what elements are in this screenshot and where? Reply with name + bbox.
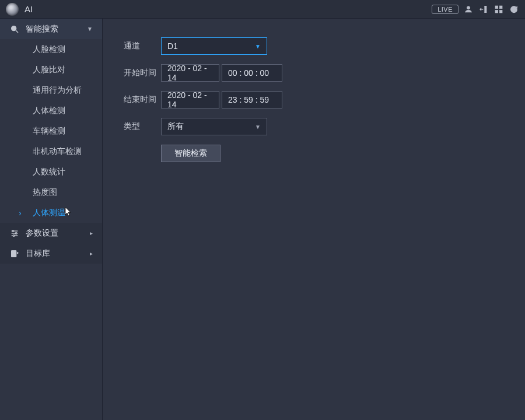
label-type: 类型 [124, 121, 161, 132]
chevron-down-icon: ▼ [255, 43, 261, 50]
label-end-time: 结束时间 [124, 94, 161, 105]
sidebar-section-target-db[interactable]: 目标库 ▸ [0, 243, 102, 264]
row-end-time: 结束时间 2020 - 02 - 14 23 : 59 : 59 [124, 91, 504, 108]
database-icon [9, 249, 20, 259]
end-date-input[interactable]: 2020 - 02 - 14 [161, 91, 219, 108]
chevron-down-icon: ▼ [255, 124, 261, 130]
chevron-down-icon: ▼ [87, 26, 93, 32]
sidebar-item-heatmap[interactable]: 热度图 [0, 182, 102, 202]
refresh-icon[interactable] [509, 4, 519, 15]
start-date-input[interactable]: 2020 - 02 - 14 [161, 64, 219, 82]
sidebar-item-label: 人体检测 [33, 106, 65, 116]
start-datetime-group: 2020 - 02 - 14 00 : 00 : 00 [161, 64, 282, 82]
sidebar-item-behavior-analysis[interactable]: 通用行为分析 [0, 80, 102, 100]
content-pane: 通道 D1 ▼ 开始时间 2020 - 02 - 14 00 : 00 : 00… [103, 19, 525, 420]
sidebar-section-label: 参数设置 [26, 228, 90, 239]
app-title: AI [24, 4, 33, 14]
select-type-value: 所有 [167, 121, 255, 132]
row-channel: 通道 D1 ▼ [124, 37, 504, 55]
chevron-right-icon: ▸ [90, 230, 93, 236]
app-header: AI LIVE [0, 0, 525, 19]
svg-point-0 [467, 6, 470, 9]
sidebar-item-people-count[interactable]: 人数统计 [0, 162, 102, 182]
search-button[interactable]: 智能检索 [161, 145, 220, 162]
sidebar: 智能搜索 ▼ 人脸检测 人脸比对 通用行为分析 人体检测 车辆检测 非机动车检测… [0, 19, 103, 420]
sidebar-item-label: 通用行为分析 [33, 85, 82, 96]
sliders-icon [9, 228, 20, 239]
sidebar-section-smart-search[interactable]: 智能搜索 ▼ [0, 19, 102, 39]
select-channel-value: D1 [167, 41, 255, 51]
user-icon[interactable] [463, 4, 474, 15]
svg-rect-4 [499, 10, 502, 13]
sidebar-item-body-temp[interactable]: 人体测温 [0, 202, 102, 223]
body-wrap: 智能搜索 ▼ 人脸检测 人脸比对 通用行为分析 人体检测 车辆检测 非机动车检测… [0, 19, 525, 420]
row-submit: 智能检索 [124, 145, 504, 162]
label-channel: 通道 [124, 41, 161, 51]
sidebar-item-label: 人脸检测 [33, 44, 65, 55]
svg-point-5 [12, 26, 16, 30]
svg-point-10 [12, 230, 14, 232]
select-type[interactable]: 所有 ▼ [161, 118, 267, 135]
svg-rect-2 [499, 6, 502, 9]
sidebar-section-label: 目标库 [26, 249, 90, 259]
live-badge[interactable]: LIVE [432, 5, 459, 14]
sidebar-item-label: 非机动车检测 [33, 146, 82, 157]
app-logo [6, 3, 19, 16]
sidebar-item-label: 人脸比对 [33, 65, 65, 75]
chevron-right-icon: ▸ [90, 250, 93, 257]
sidebar-item-face-detect[interactable]: 人脸检测 [0, 39, 102, 60]
sidebar-item-label: 热度图 [33, 187, 57, 198]
sidebar-section-param-settings[interactable]: 参数设置 ▸ [0, 223, 102, 243]
sidebar-item-label: 人数统计 [33, 167, 65, 177]
end-datetime-group: 2020 - 02 - 14 23 : 59 : 59 [161, 91, 282, 108]
row-start-time: 开始时间 2020 - 02 - 14 00 : 00 : 00 [124, 64, 504, 82]
svg-point-11 [15, 232, 17, 234]
sidebar-item-nonmotor-detect[interactable]: 非机动车检测 [0, 141, 102, 162]
sidebar-section-label: 智能搜索 [26, 24, 87, 34]
select-channel[interactable]: D1 ▼ [161, 37, 267, 55]
sidebar-item-body-detect[interactable]: 人体检测 [0, 100, 102, 121]
sidebar-item-label: 车辆检测 [33, 126, 65, 136]
grid-icon[interactable] [494, 4, 504, 15]
header-right: LIVE [432, 4, 519, 15]
sidebar-item-label: 人体测温 [33, 208, 65, 218]
svg-rect-1 [495, 6, 498, 9]
start-date-value: 2020 - 02 - 14 [167, 64, 213, 82]
search-icon [9, 24, 20, 34]
svg-point-12 [13, 235, 15, 236]
end-time-input[interactable]: 23 : 59 : 59 [222, 91, 282, 108]
sidebar-item-vehicle-detect[interactable]: 车辆检测 [0, 121, 102, 141]
end-date-value: 2020 - 02 - 14 [167, 90, 213, 109]
start-time-input[interactable]: 00 : 00 : 00 [222, 64, 282, 82]
header-left: AI [6, 3, 33, 16]
row-type: 类型 所有 ▼ [124, 118, 504, 135]
sidebar-item-face-compare[interactable]: 人脸比对 [0, 60, 102, 80]
label-start-time: 开始时间 [124, 68, 161, 78]
svg-rect-3 [495, 10, 498, 13]
end-time-value: 23 : 59 : 59 [228, 95, 269, 104]
mouse-cursor-icon [65, 207, 72, 216]
logout-icon[interactable] [478, 4, 489, 15]
start-time-value: 00 : 00 : 00 [228, 68, 269, 78]
svg-line-6 [16, 30, 18, 33]
